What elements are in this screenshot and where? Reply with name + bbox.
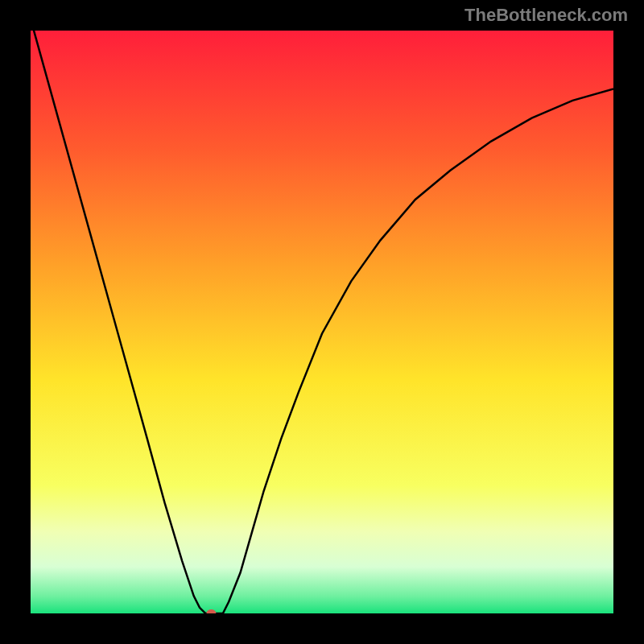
gradient-background xyxy=(31,31,613,613)
watermark-text: TheBottleneck.com xyxy=(464,5,628,26)
chart-plot-area xyxy=(31,31,613,613)
chart-svg xyxy=(31,31,613,613)
chart-frame: TheBottleneck.com xyxy=(0,0,644,644)
